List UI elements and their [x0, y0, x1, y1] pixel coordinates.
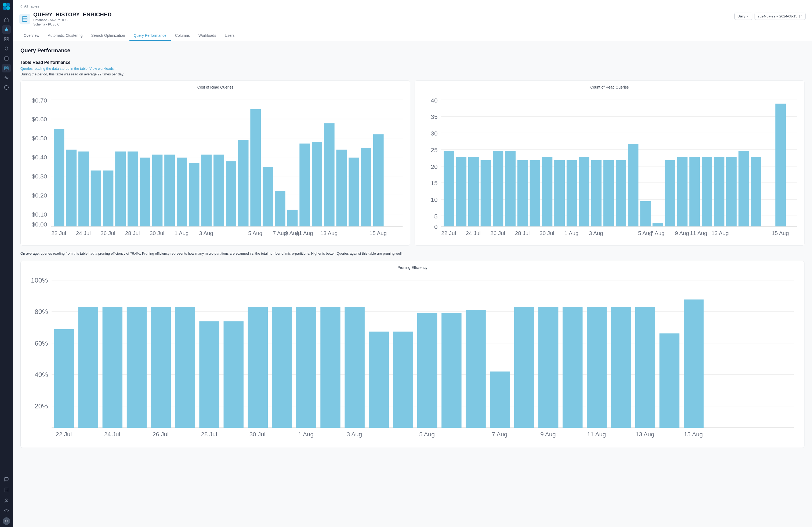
bar	[349, 157, 359, 226]
avatar[interactable]: U	[3, 517, 10, 525]
pruning-bar	[611, 307, 631, 428]
sidebar-item-chat[interactable]	[2, 475, 11, 483]
back-link[interactable]: All Tables	[19, 4, 806, 8]
content-area: Query Performance Table Read Performance…	[13, 41, 812, 527]
bar	[250, 109, 261, 226]
bar	[275, 191, 286, 226]
sidebar-item-settings[interactable]	[2, 83, 11, 92]
sidebar: U	[0, 0, 13, 527]
svg-text:13 Aug: 13 Aug	[712, 230, 729, 236]
tab-overview[interactable]: Overview	[19, 31, 44, 41]
tab-query-perf[interactable]: Query Performance	[129, 31, 171, 41]
table-info: QUERY_HISTORY_ENRICHED Database - ANALYT…	[19, 12, 112, 26]
svg-text:13 Aug: 13 Aug	[320, 230, 337, 236]
count-bar	[444, 151, 454, 226]
count-bar	[505, 151, 516, 226]
tab-auto-clustering[interactable]: Automatic Clustering	[44, 31, 87, 41]
back-label: All Tables	[24, 4, 39, 8]
svg-text:30 Jul: 30 Jul	[539, 230, 554, 236]
daily-button[interactable]: Daily	[735, 13, 752, 20]
count-chart-title: Count of Read Queries	[419, 85, 800, 89]
count-bar	[640, 201, 651, 226]
table-icon	[19, 14, 30, 25]
pruning-bar	[296, 307, 316, 428]
count-bar	[554, 160, 565, 226]
svg-text:20%: 20%	[35, 403, 48, 410]
bar	[115, 152, 126, 226]
bar	[312, 142, 322, 226]
main-content: All Tables QUERY_HISTORY_ENRICHED Databa…	[13, 0, 812, 527]
bar	[91, 170, 101, 226]
count-bar	[616, 160, 626, 226]
svg-text:100%: 100%	[31, 277, 48, 284]
svg-text:$0.30: $0.30	[32, 173, 47, 180]
count-bar	[677, 157, 688, 226]
svg-text:15 Aug: 15 Aug	[772, 230, 789, 236]
svg-text:25: 25	[431, 147, 437, 153]
tab-users[interactable]: Users	[220, 31, 239, 41]
sidebar-item-signal[interactable]	[2, 507, 11, 516]
count-bar	[493, 151, 503, 226]
svg-text:11 Aug: 11 Aug	[587, 431, 606, 437]
count-chart-svg: 40 35 30 25 20 15 10 5 0	[419, 93, 800, 240]
svg-rect-9	[4, 57, 8, 60]
tab-search-opt[interactable]: Search Optimization	[87, 31, 129, 41]
svg-text:22 Jul: 22 Jul	[56, 431, 72, 437]
pruning-bar	[563, 307, 582, 428]
svg-text:26 Jul: 26 Jul	[153, 431, 169, 437]
bar	[189, 163, 200, 226]
sidebar-item-home[interactable]	[2, 16, 11, 24]
pruning-bar	[345, 307, 364, 428]
svg-rect-7	[4, 40, 6, 41]
tab-workloads[interactable]: Workloads	[194, 31, 220, 41]
count-bar	[628, 144, 639, 226]
svg-rect-2	[3, 6, 6, 10]
svg-text:28 Jul: 28 Jul	[515, 230, 530, 236]
bar	[78, 152, 89, 226]
svg-rect-5	[4, 37, 6, 39]
date-range-button[interactable]: 2024-07-22 ~ 2024-08-15	[755, 13, 806, 20]
count-chart-card: Count of Read Queries 40 35 30 25 20 15 …	[415, 80, 804, 245]
table-header-row: QUERY_HISTORY_ENRICHED Database - ANALYT…	[19, 12, 806, 26]
daily-label: Daily	[737, 14, 745, 18]
cost-chart-area: $0.70 $0.60 $0.50 $0.40 $0.30 $0.20 $0.1…	[25, 93, 406, 241]
svg-text:26 Jul: 26 Jul	[100, 230, 115, 236]
svg-text:40: 40	[431, 97, 437, 104]
sidebar-item-grid[interactable]	[2, 54, 11, 63]
sidebar-item-dashboard[interactable]	[2, 35, 11, 44]
sidebar-item-lightbulb[interactable]	[2, 45, 11, 53]
count-bar	[775, 104, 786, 226]
sidebar-item-database[interactable]	[2, 64, 11, 73]
table-name: QUERY_HISTORY_ENRICHED	[33, 12, 112, 18]
pruning-desc: On average, queries reading from this ta…	[20, 251, 804, 257]
svg-text:40%: 40%	[35, 371, 48, 378]
sidebar-item-star[interactable]	[2, 25, 11, 34]
date-controls: Daily 2024-07-22 ~ 2024-08-15	[735, 13, 806, 20]
svg-text:3 Aug: 3 Aug	[589, 230, 603, 236]
svg-text:22 Jul: 22 Jul	[51, 230, 66, 236]
page-title: Query Performance	[20, 47, 804, 54]
bar	[361, 148, 371, 226]
cost-chart-card: Cost of Read Queries $0.70 $0.60 $0.50 $…	[20, 80, 410, 245]
pruning-bar	[199, 321, 219, 428]
svg-text:15 Aug: 15 Aug	[684, 431, 703, 437]
bar	[152, 154, 162, 226]
count-bar	[702, 157, 712, 226]
svg-text:5: 5	[434, 213, 438, 220]
count-bar	[468, 157, 479, 226]
pruning-bar	[320, 307, 340, 428]
sidebar-item-user[interactable]	[2, 496, 11, 505]
sidebar-logo[interactable]	[2, 2, 11, 11]
svg-text:$0.20: $0.20	[32, 192, 47, 199]
sidebar-item-activity[interactable]	[2, 74, 11, 82]
sidebar-item-book[interactable]	[2, 486, 11, 494]
pruning-bar	[538, 307, 558, 428]
bar	[128, 152, 138, 226]
view-workloads-link[interactable]: Queries reading the data stored in the t…	[20, 66, 804, 71]
svg-text:60%: 60%	[35, 340, 48, 347]
count-bar	[579, 157, 590, 226]
tab-columns[interactable]: Columns	[171, 31, 194, 41]
pruning-bar	[490, 371, 510, 428]
svg-text:13 Aug: 13 Aug	[636, 431, 654, 437]
bar	[140, 157, 150, 226]
